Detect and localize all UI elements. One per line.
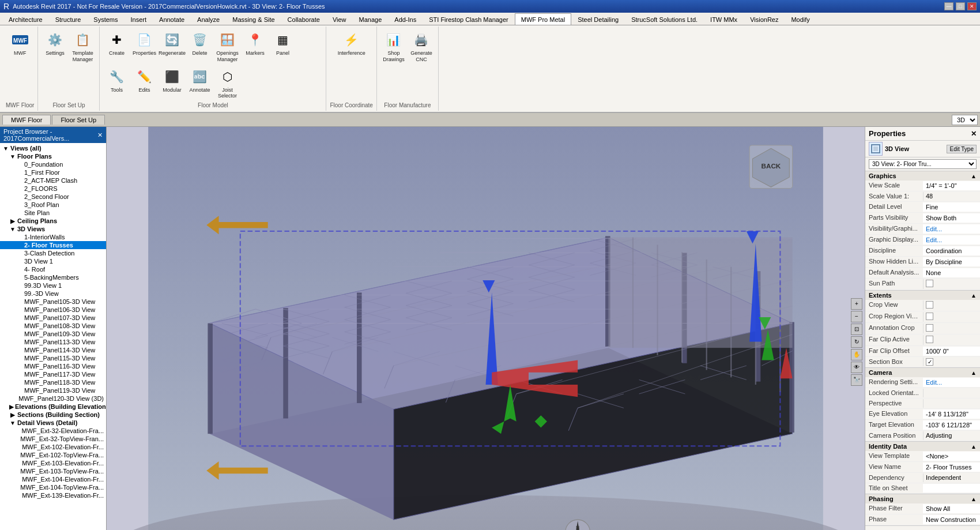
project-browser-item[interactable]: MWF_Panel115-3D View: [0, 354, 106, 362]
crop-region-vis-value[interactable]: [923, 312, 980, 322]
graphic-display-value[interactable]: Edit...: [923, 235, 980, 245]
project-browser-item[interactable]: MWF_Panel116-3D View: [0, 362, 106, 370]
tab-strucsoft[interactable]: StrucSoft Solutions Ltd.: [625, 13, 704, 25]
tab-addins[interactable]: Add-Ins: [388, 13, 423, 25]
edit-type-button[interactable]: Edit Type: [947, 145, 977, 153]
default-analysis-value[interactable]: None: [923, 268, 980, 277]
tab-insert[interactable]: Insert: [125, 13, 153, 25]
annotation-crop-value[interactable]: [923, 324, 980, 333]
project-browser-item[interactable]: ▶Ceiling Plans: [0, 217, 106, 225]
far-clip-active-checkbox[interactable]: [926, 336, 933, 343]
tab-visionrez[interactable]: VisionRez: [744, 13, 785, 25]
pan-button[interactable]: ✋: [851, 349, 862, 360]
project-browser-item[interactable]: MWF_Panel114-3D View: [0, 346, 106, 354]
project-browser-item[interactable]: 5-BackingMembers: [0, 273, 106, 281]
tab-collaborate[interactable]: Collaborate: [281, 13, 326, 25]
tab-mwf-pro-metal[interactable]: MWF Pro Metal: [515, 13, 571, 25]
project-browser-item[interactable]: 1-InteriorWalls: [0, 233, 106, 241]
project-browser-item[interactable]: 3_Roof Plan: [0, 201, 106, 209]
project-browser-item[interactable]: ▼Floor Plans: [0, 152, 106, 160]
project-browser-item[interactable]: 2_FLOORS: [0, 185, 106, 193]
rendering-settings-value[interactable]: Edit...: [923, 378, 980, 387]
project-browser-item[interactable]: 99.3D View 1: [0, 281, 106, 290]
zoom-out-button[interactable]: −: [851, 311, 862, 322]
project-browser-item[interactable]: MWF_Ext-32-TopView-Fran...: [0, 435, 106, 443]
project-browser-item[interactable]: MWF_Panel107-3D View: [0, 314, 106, 322]
phasing-section-header[interactable]: Phasing ▲: [865, 494, 980, 503]
tab-annotate[interactable]: Annotate: [153, 13, 191, 25]
project-browser-item[interactable]: MWF_Panel120-3D View (3D): [0, 394, 106, 403]
project-browser-item[interactable]: ▼Detail Views (Detail): [0, 419, 106, 427]
annotation-crop-checkbox[interactable]: [926, 324, 933, 332]
ribbon-btn-regenerate[interactable]: 🔄 Regenerate: [159, 29, 185, 61]
orbit-button[interactable]: ↻: [851, 336, 862, 348]
section-box-checkbox[interactable]: ✓: [926, 358, 933, 366]
project-browser-item[interactable]: MWF_Ext-103-TopView-Fra...: [0, 467, 106, 475]
project-browser-item[interactable]: MWF_Panel108-3D View: [0, 322, 106, 330]
camera-section-header[interactable]: Camera ▲: [865, 368, 980, 377]
view-select-dropdown[interactable]: 3D View: 2- Floor Tru...: [869, 159, 977, 169]
walk-button[interactable]: 👁: [851, 362, 862, 373]
tab-view[interactable]: View: [326, 13, 353, 25]
properties-close-icon[interactable]: ✕: [971, 130, 977, 138]
minimize-button[interactable]: —: [944, 2, 953, 10]
project-browser-item[interactable]: 99.-3D View: [0, 290, 106, 298]
tab-systems[interactable]: Systems: [87, 13, 124, 25]
ribbon-btn-create[interactable]: ✚ Create: [103, 29, 130, 61]
tab-massing[interactable]: Massing & Site: [226, 13, 281, 25]
tab-modify[interactable]: Modify: [785, 13, 816, 25]
tab-structure[interactable]: Structure: [49, 13, 88, 25]
project-browser-item[interactable]: 3D View 1: [0, 257, 106, 265]
project-browser-item[interactable]: MWF_Panel118-3D View: [0, 378, 106, 386]
project-browser-item[interactable]: 2- Floor Trusses: [0, 241, 106, 249]
section-box-value[interactable]: ✓: [923, 358, 980, 366]
scale-selector[interactable]: 3D: [952, 115, 978, 125]
ribbon-btn-openings[interactable]: 🪟 Openings Manager: [214, 29, 240, 65]
zoom-fit-button[interactable]: ⊡: [851, 324, 862, 335]
crop-view-value[interactable]: [923, 300, 980, 310]
look-button[interactable]: 🔭: [851, 374, 862, 386]
view-name-value[interactable]: 2- Floor Trusses: [923, 463, 980, 472]
project-browser-item[interactable]: 2_ACT-MEP Clash: [0, 176, 106, 185]
crop-view-checkbox[interactable]: [926, 301, 933, 309]
target-elevation-value[interactable]: -103' 6 121/128": [923, 420, 980, 430]
ribbon-btn-modular[interactable]: ⬛ Modular: [159, 66, 185, 98]
ribbon-btn-interference[interactable]: ⚡ Interference: [338, 29, 365, 61]
detail-level-value[interactable]: Fine: [923, 202, 980, 212]
project-browser-item[interactable]: 4- Roof: [0, 265, 106, 273]
project-browser-item[interactable]: MWF_Ext-103-Elevation-Fr...: [0, 459, 106, 467]
eye-elevation-value[interactable]: -14' 8 113/128": [923, 409, 980, 419]
tab-analyze[interactable]: Analyze: [191, 13, 226, 25]
project-browser-item[interactable]: 1_First Floor: [0, 168, 106, 176]
project-browser-item[interactable]: MWF_Ext-102-TopView-Fra...: [0, 451, 106, 459]
crop-region-vis-checkbox[interactable]: [926, 313, 933, 320]
show-hidden-value[interactable]: By Discipline: [923, 257, 980, 266]
ribbon-btn-annotate[interactable]: 🔤 Annotate: [186, 66, 213, 98]
ribbon-btn-edits[interactable]: ✏️ Edits: [131, 66, 157, 98]
ribbon-btn-markers[interactable]: 📍 Markers: [242, 29, 268, 61]
sun-path-checkbox[interactable]: [926, 280, 933, 287]
visibility-graphics-value[interactable]: Edit...: [923, 224, 980, 234]
discipline-value[interactable]: Coordination: [923, 246, 980, 255]
phase-filter-value[interactable]: Show All: [923, 504, 980, 513]
ribbon-btn-panel[interactable]: ▦ Panel: [269, 29, 296, 61]
close-button[interactable]: ✕: [967, 2, 977, 10]
project-browser-item[interactable]: MWF_Panel106-3D View: [0, 306, 106, 314]
ribbon-btn-delete[interactable]: 🗑️ Delete: [186, 29, 213, 61]
project-browser-item[interactable]: MWF_Panel113-3D View: [0, 338, 106, 346]
project-browser-item[interactable]: MWF_Ext-104-TopView-Fra...: [0, 483, 106, 491]
project-browser-item[interactable]: MWF_Ext-102-Elevation-Fr...: [0, 443, 106, 451]
project-browser-item[interactable]: MWF_Ext-32-Elevation-Fra...: [0, 427, 106, 435]
project-browser-item[interactable]: ▼Views (all): [0, 144, 106, 152]
view-tab-mwf-floor[interactable]: MWF Floor: [2, 115, 51, 125]
project-browser-close-icon[interactable]: ✕: [97, 131, 103, 139]
project-browser-item[interactable]: MWF_Panel119-3D View: [0, 386, 106, 394]
identity-data-section-header[interactable]: Identity Data ▲: [865, 442, 980, 451]
project-browser-item[interactable]: MWF_Panel105-3D View: [0, 298, 106, 306]
project-browser-item[interactable]: ▶Elevations (Building Elevation): [0, 403, 106, 411]
project-browser-item[interactable]: MWF_Panel109-3D View: [0, 330, 106, 338]
view-template-value[interactable]: <None>: [923, 452, 980, 461]
project-browser-item[interactable]: ▶Sections (Building Section): [0, 411, 106, 419]
project-browser-item[interactable]: 2_Second Floor: [0, 193, 106, 201]
project-browser-item[interactable]: MWF_Panel117-3D View: [0, 370, 106, 378]
